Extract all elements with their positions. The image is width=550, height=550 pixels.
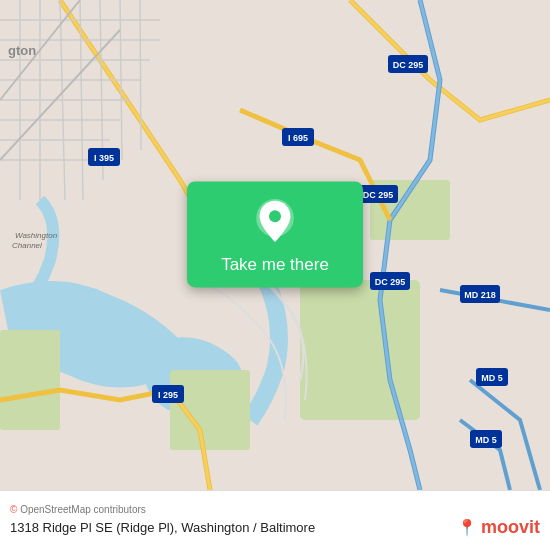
svg-text:DC 295: DC 295: [363, 190, 394, 200]
svg-text:DC 295: DC 295: [393, 60, 424, 70]
bottom-bar: © OpenStreetMap contributors 1318 Ridge …: [0, 490, 550, 550]
svg-rect-1: [300, 280, 420, 420]
location-card: Take me there: [187, 181, 363, 287]
svg-text:I 695: I 695: [288, 133, 308, 143]
svg-text:DC 295: DC 295: [375, 277, 406, 287]
svg-text:MD 5: MD 5: [475, 435, 497, 445]
svg-text:Channel: Channel: [12, 241, 42, 250]
take-me-there-button[interactable]: Take me there: [221, 255, 329, 275]
copyright-symbol: ©: [10, 504, 17, 515]
svg-text:I 295: I 295: [158, 390, 178, 400]
map-container: I 395 I 695 DC 295 DC 295 DC 295 I 295 M…: [0, 0, 550, 490]
svg-line-19: [140, 0, 141, 150]
svg-text:MD 5: MD 5: [481, 373, 503, 383]
attribution: © OpenStreetMap contributors: [10, 504, 540, 515]
moovit-brand-text: moovit: [481, 517, 540, 538]
location-text: 1318 Ridge Pl SE (Ridge Pl), Washington …: [10, 520, 315, 535]
location-pin-icon: [251, 197, 299, 245]
svg-text:gton: gton: [8, 43, 36, 58]
svg-text:I 395: I 395: [94, 153, 114, 163]
svg-text:Washington: Washington: [15, 231, 58, 240]
svg-rect-4: [0, 330, 60, 430]
location-info: 1318 Ridge Pl SE (Ridge Pl), Washington …: [10, 517, 540, 538]
svg-point-43: [269, 210, 281, 222]
moovit-logo: 📍 moovit: [457, 517, 540, 538]
svg-text:MD 218: MD 218: [464, 290, 496, 300]
moovit-pin-icon: 📍: [457, 518, 477, 537]
